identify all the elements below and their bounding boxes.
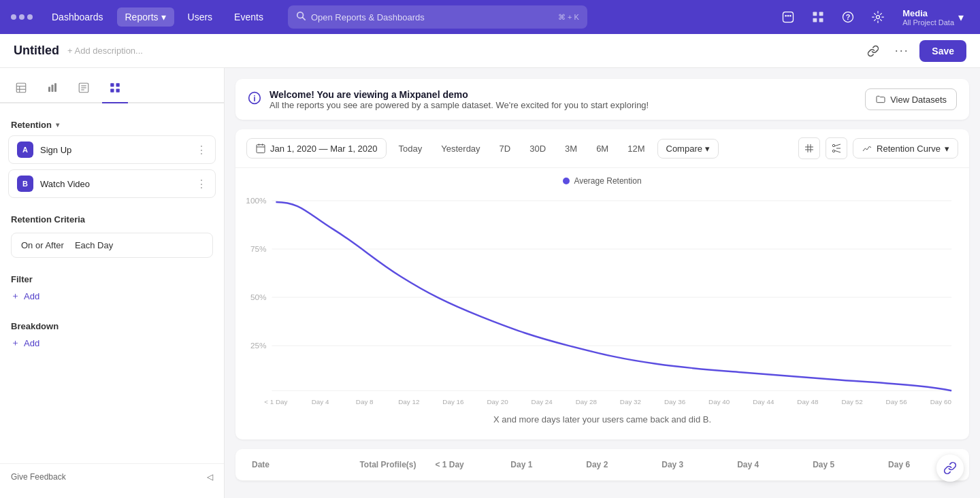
svg-text:Day 4: Day 4 xyxy=(312,398,329,405)
compare-btn[interactable]: Compare ▾ xyxy=(657,139,719,159)
svg-text:25%: 25% xyxy=(250,341,267,350)
notification-icon-btn[interactable] xyxy=(777,6,799,28)
chart-right-tools: Retention Curve ▾ xyxy=(798,137,958,159)
time-btn-7d[interactable]: 7D xyxy=(493,139,518,158)
search-placeholder-text: Open Reports & Dashboards xyxy=(311,12,553,22)
save-button[interactable]: Save xyxy=(919,40,966,62)
date-range-btn[interactable]: Jan 1, 2020 — Mar 1, 2020 xyxy=(246,138,387,159)
svg-rect-9 xyxy=(819,18,823,22)
svg-point-3 xyxy=(785,15,787,16)
link-icon xyxy=(867,45,879,57)
retention-svg-chart: 100% 75% 50% 25% < 1 Day Day 4 Day 8 xyxy=(246,191,958,409)
chart-container: Average Retention 100% 75% 50% 25% xyxy=(235,168,969,439)
svg-rect-8 xyxy=(813,18,817,22)
user-menu[interactable]: Media All Project Data ▾ xyxy=(897,5,969,29)
event-badge-a: A xyxy=(17,142,33,158)
time-btn-yesterday[interactable]: Yesterday xyxy=(434,139,487,158)
time-btn-3m[interactable]: 3M xyxy=(558,139,584,158)
scissors-btn[interactable] xyxy=(826,137,847,159)
svg-point-4 xyxy=(787,15,789,16)
calendar-icon xyxy=(255,143,266,154)
time-btn-6m[interactable]: 6M xyxy=(589,139,615,158)
svg-rect-7 xyxy=(819,12,823,16)
event-name-signup: Sign Up xyxy=(40,145,196,155)
floating-link-btn[interactable] xyxy=(936,454,964,482)
chart-caption: X and more days later your users came ba… xyxy=(246,409,958,434)
event-menu-signup[interactable]: ⋮ xyxy=(196,144,207,156)
svg-text:75%: 75% xyxy=(250,244,267,254)
th-day4: Day 4 xyxy=(732,457,807,472)
chart-panel: Jan 1, 2020 — Mar 1, 2020 Today Yesterda… xyxy=(235,129,969,439)
add-breakdown-btn[interactable]: ＋ Add xyxy=(11,334,213,352)
info-bold-text: Welcome! You are viewing a Mixpanel demo xyxy=(270,89,649,100)
user-subtitle: All Project Data xyxy=(902,18,954,27)
view-datasets-btn[interactable]: View Datasets xyxy=(865,88,957,110)
event-item-signup[interactable]: A Sign Up ⋮ xyxy=(8,135,216,164)
tab-bar[interactable] xyxy=(39,76,65,103)
tab-table[interactable] xyxy=(8,76,34,103)
svg-point-39 xyxy=(832,144,834,146)
give-feedback[interactable]: Give Feedback ◁ xyxy=(0,463,224,490)
svg-text:Day 32: Day 32 xyxy=(620,398,641,405)
nav-right: ? Media All Project Data ▾ xyxy=(777,5,969,29)
retention-chevron: ▾ xyxy=(56,121,59,129)
nav-dashboards[interactable]: Dashboards xyxy=(44,7,112,27)
criteria-each-day: Each Day xyxy=(75,240,113,250)
criteria-box[interactable]: On or After Each Day xyxy=(11,233,213,258)
svg-text:Day 48: Day 48 xyxy=(797,398,819,405)
top-nav: Dashboards Reports ▾ Users Events Open R… xyxy=(0,0,980,34)
event-menu-watchvideo[interactable]: ⋮ xyxy=(196,178,207,190)
table-header-bar: Date Total Profile(s) < 1 Day Day 1 Day … xyxy=(235,449,969,481)
th-date: Date xyxy=(246,457,354,472)
th-day2: Day 2 xyxy=(581,457,656,472)
svg-text:Day 40: Day 40 xyxy=(708,398,730,405)
main-layout: Retention ▾ A Sign Up ⋮ B Watch Video ⋮ … xyxy=(0,68,980,498)
add-description[interactable]: + Add description... xyxy=(67,46,143,56)
time-btn-12m[interactable]: 12M xyxy=(621,139,651,158)
help-icon: ? xyxy=(841,10,855,24)
breakdown-label: Breakdown xyxy=(11,316,213,334)
retention-section-label[interactable]: Retention ▾ xyxy=(0,114,224,133)
th-lt1day: < 1 Day xyxy=(429,457,505,472)
nav-search[interactable]: Open Reports & Dashboards ⌘ + K xyxy=(288,5,587,29)
time-btn-today[interactable]: Today xyxy=(392,139,429,158)
more-options-btn[interactable]: ··· xyxy=(891,40,913,62)
add-filter-btn[interactable]: ＋ + Add Add xyxy=(11,287,213,305)
tab-grid[interactable] xyxy=(102,76,128,103)
svg-rect-2 xyxy=(783,12,794,22)
settings-icon-btn[interactable] xyxy=(867,6,889,28)
svg-text:100%: 100% xyxy=(246,196,267,205)
tab-list[interactable] xyxy=(71,76,97,103)
nav-events[interactable]: Events xyxy=(226,7,272,27)
floating-link-icon xyxy=(943,461,957,475)
nav-users[interactable]: Users xyxy=(180,7,221,27)
info-text-block: Welcome! You are viewing a Mixpanel demo… xyxy=(270,89,649,110)
svg-point-12 xyxy=(877,16,880,19)
th-day3: Day 3 xyxy=(656,457,732,472)
sidebar: Retention ▾ A Sign Up ⋮ B Watch Video ⋮ … xyxy=(0,68,225,498)
nav-reports[interactable]: Reports ▾ xyxy=(117,7,174,27)
grid-toggle-btn[interactable] xyxy=(798,137,820,159)
svg-text:?: ? xyxy=(846,13,851,21)
event-item-watchvideo[interactable]: B Watch Video ⋮ xyxy=(8,169,216,198)
svg-rect-31 xyxy=(257,145,265,153)
chart-toolbar: Jan 1, 2020 — Mar 1, 2020 Today Yesterda… xyxy=(235,129,969,168)
svg-rect-27 xyxy=(116,89,120,93)
link-icon-btn[interactable] xyxy=(862,40,884,62)
help-icon-btn[interactable]: ? xyxy=(837,6,859,28)
apps-icon-btn[interactable] xyxy=(807,6,829,28)
svg-text:50%: 50% xyxy=(250,293,267,302)
retention-criteria-section: Retention Criteria On or After Each Day xyxy=(0,209,224,263)
svg-text:Day 24: Day 24 xyxy=(532,398,553,405)
more-icon: ··· xyxy=(895,44,909,58)
add-breakdown-icon: ＋ xyxy=(11,337,20,349)
retention-curve-btn[interactable]: Retention Curve ▾ xyxy=(853,138,958,159)
svg-text:Day 20: Day 20 xyxy=(487,398,508,405)
svg-line-41 xyxy=(834,144,840,146)
info-icon xyxy=(248,91,261,108)
time-btn-30d[interactable]: 30D xyxy=(523,139,553,158)
th-day1: Day 1 xyxy=(505,457,581,472)
svg-rect-17 xyxy=(48,87,50,93)
collapse-sidebar-icon[interactable]: ◁ xyxy=(207,472,213,482)
search-icon xyxy=(296,11,306,23)
